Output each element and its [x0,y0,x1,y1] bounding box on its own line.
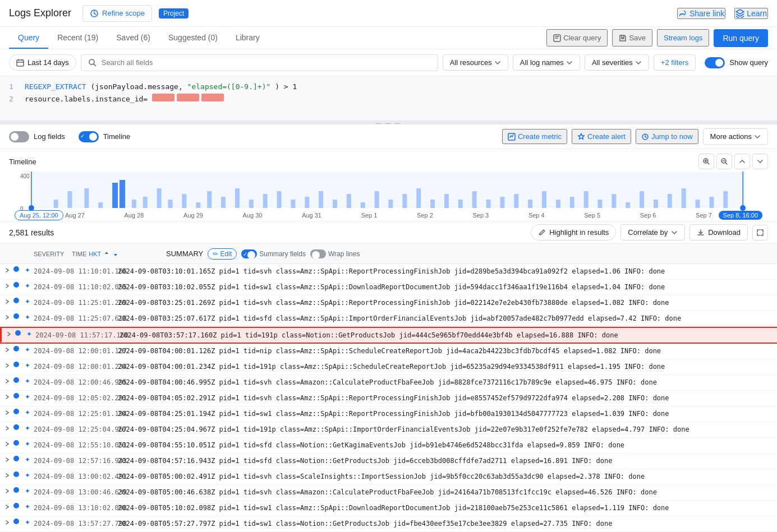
run-query-button[interactable]: Run query [714,29,768,47]
zoom-in-button[interactable] [698,154,714,169]
log-row[interactable]: ✦ 2024-09-08 13:10:02.098 2024-09-08T05:… [0,501,777,516]
log-row[interactable]: ✦ 2024-09-08 12:55:10.051 2024-09-08T04:… [0,438,777,454]
log-row[interactable]: ✦ 2024-09-08 13:00:46.639 2024-09-08T05:… [0,485,777,501]
expand-row-icon[interactable] [4,440,13,447]
log-fields-toggle[interactable]: Log fields [9,131,65,142]
svg-text:400: 400 [20,173,30,179]
svg-rect-39 [430,200,435,208]
log-row[interactable]: ✦ 2024-09-08 12:00:46.995 2024-09-08T04:… [0,375,777,391]
log-row[interactable]: ✦ 2024-09-08 12:00:01.127 2024-09-08T04:… [0,344,777,359]
severity-star: ✦ [25,298,34,306]
log-fields-toggle-switch[interactable] [9,131,29,142]
tab-suggested[interactable]: Suggested (0) [159,27,227,49]
timeline-axis-label-0: Aug 27 [65,212,85,219]
svg-rect-50 [584,191,589,208]
expand-row-icon[interactable] [4,266,13,273]
share-link-button[interactable]: Share link [677,8,725,19]
refine-scope-icon [90,9,99,18]
log-row[interactable]: ✦ 2024-09-08 12:25:04.967 2024-09-08T04:… [0,422,777,438]
log-time: 2024-09-08 11:10:02.055 [34,282,118,291]
log-row[interactable]: ✦ 2024-09-08 11:57:17.160 2024-09-08T03:… [0,327,777,343]
stream-logs-button[interactable]: Stream logs [657,29,709,47]
log-row[interactable]: ✦ 2024-09-08 12:05:02.291 2024-09-08T04:… [0,391,777,406]
refine-scope-button[interactable]: Refine scope [82,5,152,22]
expand-row-icon[interactable] [4,519,13,525]
chevron-down-icon [494,59,501,66]
scroll-up-button[interactable] [734,154,750,169]
log-row[interactable]: ✦ 2024-09-08 11:25:07.618 2024-09-08T03:… [0,311,777,327]
expand-row-icon[interactable] [4,362,13,368]
learn-button[interactable]: Learn [734,8,768,19]
show-query-toggle[interactable]: Show query [705,57,768,68]
svg-point-64 [740,205,746,211]
resource-dropdown[interactable]: All resources [443,54,508,71]
expand-row-icon[interactable] [4,377,13,384]
tab-query[interactable]: Query [9,27,48,49]
search-input[interactable] [102,58,431,67]
extra-filters-button[interactable]: +2 filters [654,54,696,71]
timeline-axis-label-3: Aug 30 [243,212,263,219]
severity-star: ✦ [26,330,35,338]
svg-rect-55 [654,200,658,208]
more-actions-button[interactable]: More actions [703,128,768,145]
expand-row-icon[interactable] [4,409,13,415]
timeline-chart-container[interactable]: 400 0 [9,172,768,216]
expand-row-icon[interactable] [4,456,13,462]
sort-asc-icon [103,251,110,257]
summary-fields-toggle[interactable]: Summary fields [241,249,306,258]
severity-indicator [13,503,25,508]
log-row[interactable]: ✦ 2024-09-08 11:25:01.269 2024-09-08T03:… [0,295,777,311]
severity-indicator [13,266,25,272]
tab-library[interactable]: Library [227,27,269,49]
clear-query-button[interactable]: Clear query [546,29,608,47]
zoom-out-button[interactable] [716,154,732,169]
severity-indicator [13,313,25,319]
log-row[interactable]: ✦ 2024-09-08 11:10:02.055 2024-09-08T03:… [0,280,777,295]
wrap-lines-toggle[interactable]: Wrap lines [310,249,360,258]
expand-row-icon[interactable] [4,298,13,304]
create-alert-button[interactable]: Create alert [572,129,631,144]
severity-indicator [13,456,25,461]
download-button[interactable]: Download [689,224,748,240]
timeline-toggle-switch[interactable] [79,131,99,142]
svg-rect-54 [640,191,644,208]
log-container[interactable]: ✦ 2024-09-08 11:10:01.166 2024-09-08T03:… [0,264,777,532]
log-names-dropdown[interactable]: All log names [513,54,580,71]
tab-recent[interactable]: Recent (19) [48,27,107,49]
expand-row-icon[interactable] [4,471,13,478]
svg-rect-41 [458,200,463,208]
correlate-button[interactable]: Correlate by [620,224,685,240]
svg-rect-32 [333,200,337,208]
expand-row-icon[interactable] [4,282,13,289]
expand-row-icon[interactable] [4,313,13,320]
scroll-down-button[interactable] [752,154,768,169]
log-row[interactable]: ✦ 2024-09-08 12:00:01.234 2024-09-08T04:… [0,359,777,375]
edit-summary-button[interactable]: ✏ Edit [208,248,237,260]
log-row[interactable]: ✦ 2024-09-08 12:57:16.943 2024-09-08T04:… [0,454,777,469]
log-row[interactable]: ✦ 2024-09-08 13:00:02.491 2024-09-08T05:… [0,469,777,485]
highlight-results-button[interactable]: Highlight in results [531,224,616,240]
expand-row-icon[interactable] [4,487,13,494]
log-time: 2024-09-08 13:57:27.798 [34,519,118,528]
date-range-button[interactable]: Last 14 days [9,54,76,71]
expand-row-icon[interactable] [6,330,15,337]
severity-indicator [13,298,25,303]
expand-table-button[interactable] [752,225,768,240]
expand-row-icon[interactable] [4,424,13,431]
create-metric-button[interactable]: Create metric [502,129,567,144]
expand-row-icon[interactable] [4,346,13,353]
severities-dropdown[interactable]: All severities [585,54,649,71]
severity-star: ✦ [25,266,34,274]
jump-to-now-button[interactable]: Jump to now [636,129,698,144]
tab-saved[interactable]: Saved (6) [107,27,159,49]
severity-star: ✦ [25,409,34,417]
log-row[interactable]: ✦ 2024-09-08 13:57:27.798 2024-09-08T05:… [0,516,777,532]
log-summary: 2024-09-08T03:57:17.160Z pid=1 tid=191p … [119,330,773,339]
expand-row-icon[interactable] [4,503,13,510]
log-row[interactable]: ✦ 2024-09-08 12:25:01.194 2024-09-08T04:… [0,406,777,422]
log-row[interactable]: ✦ 2024-09-08 11:10:01.166 2024-09-08T03:… [0,264,777,280]
save-button[interactable]: Save [612,29,652,47]
learn-icon [735,9,744,18]
expand-row-icon[interactable] [4,393,13,400]
timeline-toggle[interactable]: Timeline [79,131,131,142]
